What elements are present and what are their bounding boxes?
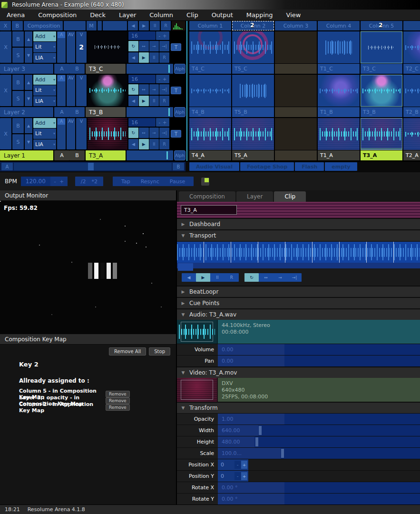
rotate-x-slider[interactable]: 0.00 ° [218,482,420,493]
clip-cell-t3c[interactable]: T3_C [361,31,402,74]
menu-layer[interactable]: Layer [112,10,143,21]
layer2-up-icon[interactable]: ▲ [25,75,32,90]
menu-clip[interactable]: Clip [180,10,205,21]
deck-tab-empty[interactable]: empty [325,162,357,171]
layer2-bounce-button[interactable]: ↔ [139,84,149,95]
clip-thumbnail[interactable] [318,75,360,107]
layer1-alpha-button[interactable]: Alph [174,150,186,160]
clip-thumbnail[interactable] [189,118,231,150]
clip-thumbnail[interactable] [232,31,274,63]
stop-button[interactable]: Stop [149,347,170,356]
plus-icon[interactable]: + [163,33,166,39]
bpm-value[interactable]: 120.00 [21,178,50,185]
position-x-field[interactable]: 0 -+ [218,459,248,470]
menu-view[interactable]: View [280,10,308,21]
deck-tab-footage-shop[interactable]: Footage Shop [240,162,294,171]
clip-cell-t1b[interactable]: T1_B [318,75,360,117]
plus-icon[interactable]: + [241,461,247,469]
layer3-b-button[interactable]: B [69,64,85,74]
minus-icon[interactable]: - [159,120,161,125]
position-y-field[interactable]: 0 -+ [218,471,248,482]
bpm-half-button[interactable]: /2 [81,178,86,185]
bpm-tap-group[interactable]: TapResyncPause [113,177,194,186]
clip-cell-t1c[interactable]: T1_C [318,31,360,74]
loop-button[interactable]: ↻ [244,273,259,282]
section-beatloopr[interactable]: ▶BeatLoopr [177,286,420,297]
crossfader-b-button[interactable]: B [173,163,184,170]
layer3-up-icon[interactable]: ▲ [25,31,32,47]
layer2-alpha-button[interactable]: Alph [174,107,186,117]
layer1-back-button[interactable]: ◀ [128,139,138,149]
clip-cell-t3b[interactable]: T3_B [361,75,402,117]
column-header-1[interactable]: Column 1 [189,21,231,30]
resync-button[interactable]: Resync [141,178,159,185]
layer2-down-icon[interactable]: ▼ [25,91,32,106]
layer1-beats-field[interactable]: 16 [128,118,156,127]
layer2-beats-stepper[interactable]: -+ [156,75,169,83]
layer1-name[interactable]: Layer 1 [0,150,53,160]
pause-button[interactable]: II [210,273,225,282]
minus-icon[interactable]: - [159,77,161,82]
width-slider[interactable]: 640.00 [218,425,420,436]
layer2-resync-button[interactable]: R [159,96,169,106]
minus-icon[interactable]: - [159,33,161,39]
clip-cell-t4b[interactable]: T4_B [189,75,231,117]
layer3-x-button[interactable]: X [0,31,11,63]
layer3-bounce-button[interactable]: ↔ [139,41,149,51]
tab-layer[interactable]: Layer [236,191,273,202]
layer3-beats-stepper[interactable]: -+ [156,31,169,40]
layer2-transition-button[interactable]: T [171,87,181,94]
layer3-alpha-button[interactable]: Alph [174,64,186,74]
layer1-bounce-button[interactable]: ↔ [139,128,149,138]
minus-icon[interactable]: - [54,179,56,184]
layer3-hold-button[interactable]: →| [159,41,169,51]
layer2-pause-button[interactable]: II [149,96,159,106]
layer1-blend-add[interactable]: Add▾ [33,118,56,128]
layer2-play-button[interactable]: ▶ [139,96,149,106]
layer1-bypass-button[interactable]: B [12,118,24,133]
composition-back-button[interactable]: ◀ [128,21,138,30]
layer2-back-button[interactable]: ◀ [128,96,138,106]
clip-thumbnail[interactable] [189,31,231,63]
section-audio[interactable]: ▼Audio: T3_A.wav [177,308,420,320]
layer2-clip-name[interactable]: T3_B [86,107,126,117]
layer2-bypass-button[interactable]: B [12,75,24,90]
scale-slider[interactable]: 100.0... [218,448,420,459]
layer1-x-button[interactable]: X [0,118,11,149]
remove-button[interactable]: Remove [106,404,130,411]
clip-cell-t2b[interactable]: T2_B [403,75,420,117]
layer3-clip-name[interactable]: T3_C [86,64,126,74]
clip-cell-t5c[interactable]: T5_C [232,31,274,74]
playonce-button[interactable]: → [273,273,287,282]
clip-thumbnail[interactable] [361,118,402,150]
section-transform[interactable]: ▼Transform [177,402,420,413]
clip-thumbnail[interactable] [275,31,317,63]
layer3-transition-button[interactable]: T [171,43,181,51]
bpm-value-box[interactable]: 120.00 -+ [21,177,68,186]
deck-tab-flash[interactable]: Flash [295,162,324,171]
layer1-loop-button[interactable]: ↻ [128,128,138,138]
section-video[interactable]: ▼Video: T3_A.mov [177,366,420,378]
clip-cell-empty[interactable] [275,31,317,74]
column-header-6[interactable]: Co [403,21,420,30]
layer2-fader-a[interactable]: A [57,75,66,106]
deck-tab-audio-visual[interactable]: Audio Visual [189,162,239,171]
layer1-resync-button[interactable]: R [159,139,169,149]
playhead-handle[interactable] [178,263,193,271]
layer1-progress-bar[interactable] [127,150,173,160]
position-y-stepper[interactable]: -+ [234,472,247,480]
rotate-y-slider[interactable]: 0.00 ° [218,494,420,504]
clip-thumbnail[interactable] [361,75,402,107]
layer1-blend-lit[interactable]: Lit▾ [33,128,56,138]
clip-cell-t2a[interactable]: T2_A [403,118,420,160]
layer3-blend-lia[interactable]: LIA▾ [33,53,56,63]
layer3-back-button[interactable]: ◀ [128,52,138,63]
tap-button[interactable]: Tap [121,178,130,185]
clip-thumbnail[interactable] [275,75,317,107]
layer1-fader-v[interactable]: V [76,118,87,149]
menu-arena[interactable]: Arena [0,10,31,21]
layer1-fader-a[interactable]: A [57,118,66,149]
layer2-solo-button[interactable]: S [12,91,24,106]
composition-bypass-button[interactable]: B [12,21,23,30]
composition-pause-button[interactable]: II [150,21,160,30]
